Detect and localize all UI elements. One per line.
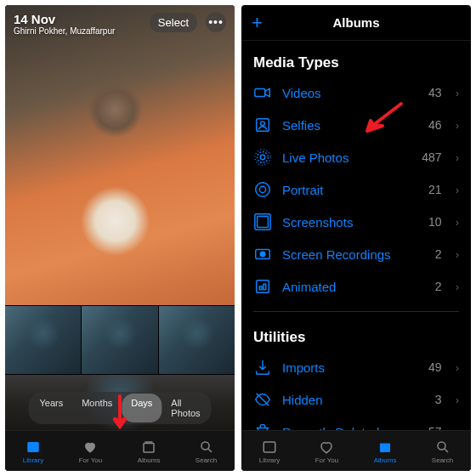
section-header-media: Media Types	[241, 46, 471, 76]
photo-thumb[interactable]	[82, 306, 157, 374]
segment-allphotos[interactable]: All Photos	[162, 394, 209, 422]
chevron-right-icon: ›	[456, 87, 459, 99]
tab-bar: Library For You Albums Search	[241, 430, 471, 471]
list-count: 2	[435, 280, 442, 293]
add-button[interactable]: +	[252, 12, 263, 34]
list-count: 21	[428, 183, 442, 196]
chevron-right-icon: ›	[456, 280, 459, 293]
chevron-right-icon: ›	[456, 151, 459, 164]
albums-list: Media Types Videos 43 › Selfies 46 › Liv…	[241, 41, 471, 430]
list-item[interactable]: Screenshots 10 ›	[241, 206, 471, 238]
list-label: Live Photos	[282, 150, 411, 165]
svg-point-20	[438, 442, 445, 450]
list-item[interactable]: Selfies 46 ›	[241, 109, 471, 141]
svg-rect-16	[259, 286, 262, 290]
list-count: 46	[428, 118, 442, 132]
photo-thumb[interactable]	[5, 306, 81, 374]
photos-library-screen: 14 Nov Ghirni Pokher, Muzaffarpur Select…	[5, 5, 235, 471]
tab-foryou[interactable]: For You	[315, 439, 339, 464]
svg-point-6	[260, 155, 265, 160]
more-icon[interactable]: •••	[206, 12, 226, 32]
svg-point-5	[261, 122, 265, 126]
svg-rect-11	[258, 217, 269, 228]
svg-rect-1	[144, 444, 154, 453]
nav-title: Albums	[332, 15, 379, 30]
date-header: 14 Nov Ghirni Pokher, Muzaffarpur	[14, 12, 115, 36]
tab-foryou[interactable]: For You	[79, 439, 103, 464]
animated-icon	[253, 277, 272, 296]
tab-albums[interactable]: Albums	[138, 439, 161, 464]
list-label: Screenshots	[282, 215, 418, 230]
photo-thumb[interactable]	[159, 306, 235, 374]
svg-rect-0	[27, 442, 39, 452]
tab-albums[interactable]: Albums	[374, 439, 397, 464]
video-icon	[253, 83, 272, 102]
list-label: Selfies	[282, 118, 418, 133]
chevron-right-icon: ›	[456, 216, 459, 229]
list-item[interactable]: Portrait 21 ›	[241, 173, 471, 206]
hero-photo[interactable]	[5, 5, 235, 305]
list-item[interactable]: Screen Recordings 2 ›	[241, 238, 471, 270]
svg-rect-3	[255, 88, 265, 96]
section-header-utilities: Utilities	[241, 320, 471, 351]
trash-icon	[253, 422, 272, 430]
list-count: 2	[435, 247, 442, 261]
list-item[interactable]: Imports 49 ›	[241, 351, 471, 383]
list-item[interactable]: Live Photos 487 ›	[241, 141, 471, 173]
selfie-icon	[253, 116, 272, 134]
portrait-icon	[253, 180, 272, 199]
svg-point-2	[201, 442, 209, 450]
nav-bar: + Albums	[241, 5, 471, 41]
tab-library[interactable]: Library	[259, 439, 280, 464]
tab-bar: Library For You Albums Search	[5, 430, 235, 471]
tab-library[interactable]: Library	[23, 439, 43, 464]
chevron-right-icon: ›	[456, 394, 459, 406]
select-button[interactable]: Select	[150, 13, 197, 32]
screenrec-icon	[253, 245, 272, 264]
list-label: Imports	[282, 360, 418, 375]
list-count: 3	[435, 393, 442, 406]
chevron-right-icon: ›	[456, 248, 459, 261]
list-label: Animated	[282, 280, 425, 294]
list-item[interactable]: Recently Deleted 57 ›	[241, 416, 471, 430]
import-icon	[253, 358, 272, 377]
location-label: Ghirni Pokher, Muzaffarpur	[14, 26, 115, 36]
tab-search[interactable]: Search	[432, 439, 453, 464]
svg-rect-15	[257, 280, 269, 293]
svg-point-10	[256, 183, 270, 197]
date-label: 14 Nov	[14, 12, 115, 26]
segment-days[interactable]: Days	[122, 394, 162, 422]
svg-point-14	[260, 252, 265, 257]
segment-months[interactable]: Months	[72, 394, 122, 422]
svg-point-7	[258, 152, 269, 163]
chevron-right-icon: ›	[456, 184, 459, 196]
list-count: 49	[428, 360, 442, 374]
svg-rect-17	[264, 284, 266, 289]
list-label: Videos	[282, 86, 418, 100]
list-item[interactable]: Videos 43 ›	[241, 76, 471, 109]
list-count: 43	[428, 86, 442, 99]
hidden-icon	[253, 390, 272, 409]
segment-years[interactable]: Years	[30, 394, 72, 422]
albums-screen: + Albums Media Types Videos 43 › Selfies…	[241, 5, 471, 471]
list-count: 487	[422, 150, 441, 164]
list-label: Hidden	[282, 393, 425, 407]
chevron-right-icon: ›	[456, 361, 459, 374]
list-count: 10	[428, 215, 442, 229]
list-label: Screen Recordings	[282, 247, 425, 262]
svg-rect-19	[380, 444, 390, 453]
live-icon	[253, 148, 272, 167]
svg-point-9	[259, 186, 265, 192]
screenshot-icon	[253, 212, 272, 231]
list-item[interactable]: Hidden 3 ›	[241, 383, 471, 416]
svg-rect-18	[264, 442, 275, 452]
chevron-right-icon: ›	[456, 119, 459, 132]
time-segment-control[interactable]: Years Months Days All Photos	[28, 392, 211, 424]
list-item[interactable]: Animated 2 ›	[241, 270, 471, 303]
tab-search[interactable]: Search	[196, 439, 217, 464]
list-label: Portrait	[282, 183, 418, 197]
divider	[253, 311, 459, 312]
photo-grid	[5, 5, 235, 430]
